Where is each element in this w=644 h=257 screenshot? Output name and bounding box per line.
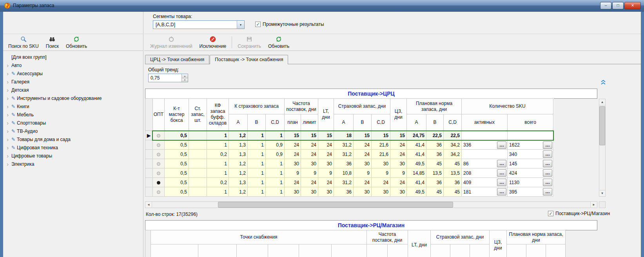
tree-item[interactable]: ›Галерея <box>5 78 143 86</box>
grid-cell[interactable]: 45 <box>444 187 462 197</box>
grid-cell[interactable]: 1,2 <box>229 131 248 140</box>
sub-header[interactable] <box>526 244 546 257</box>
ellipsis-button[interactable]: … <box>543 188 552 195</box>
grid-cell[interactable]: 1 <box>248 168 266 178</box>
opt-radio[interactable] <box>152 187 164 197</box>
grid-cell[interactable]: 0,2 <box>207 150 229 159</box>
column-header-cz[interactable]: ЦЗ, дни <box>390 99 407 131</box>
sub-header[interactable] <box>450 244 470 257</box>
grid-cell[interactable]: 24 <box>372 178 390 187</box>
grid-cell[interactable]: 0,5 <box>165 131 189 140</box>
grid-cell[interactable]: 1 <box>207 168 229 178</box>
sku-total-cell[interactable] <box>508 131 553 140</box>
grid-cell[interactable] <box>189 150 207 159</box>
grid-cell[interactable]: 1,2 <box>229 187 248 197</box>
column-header-a[interactable]: A <box>334 114 354 131</box>
sub-header[interactable] <box>367 244 388 257</box>
group-header-strah-zapas[interactable]: Страховой запас, дни <box>431 230 490 244</box>
spinner-up-icon[interactable]: ▲ <box>182 74 188 78</box>
group-header-plan-norma[interactable]: Плановая норма запаса, дни <box>507 230 566 244</box>
grid-cell[interactable]: 1 <box>266 168 285 178</box>
sku-total-cell[interactable]: 395… <box>508 187 553 197</box>
grid-cell[interactable]: 21,6 <box>372 150 390 159</box>
column-header-st-zapas[interactable]: Ст. запас, шт. <box>189 99 207 131</box>
tree-item[interactable]: ›✎Мебель <box>5 110 143 119</box>
grid-cell[interactable]: 1 <box>207 131 229 140</box>
opt-radio[interactable] <box>152 168 164 178</box>
column-header-lt[interactable]: LT, дни <box>408 230 431 257</box>
sku-active-cell[interactable]: 208… <box>462 168 508 178</box>
grid-cell[interactable]: 15 <box>372 131 390 140</box>
grid-cell[interactable]: 24 <box>354 178 372 187</box>
collapse-chevron-icon[interactable] <box>600 79 607 85</box>
tree-item[interactable]: ›Авто <box>5 61 143 69</box>
grid-cell[interactable]: 1,2 <box>229 168 248 178</box>
grid-cell[interactable]: 30 <box>372 159 390 168</box>
grid-cell[interactable]: 1 <box>248 187 266 197</box>
grid-cell[interactable]: 9 <box>390 168 407 178</box>
column-header-b[interactable]: B <box>248 114 266 131</box>
column-header-kf-zapasa[interactable]: КФ запаса буфф. складов <box>207 99 229 131</box>
ellipsis-button[interactable]: … <box>543 160 552 167</box>
sku-active-cell[interactable]: 409… <box>462 178 508 187</box>
grid-cell[interactable]: 1 <box>248 150 266 159</box>
table-row[interactable]: 0,511,21199910,899914,8513,513,5208…424… <box>145 168 553 178</box>
sub-header[interactable] <box>198 244 237 257</box>
row-selector[interactable] <box>145 168 153 178</box>
ellipsis-button[interactable]: … <box>543 169 552 177</box>
grid-cell[interactable]: 1 <box>248 131 266 140</box>
exclusion-button[interactable]: Исключение <box>196 35 230 50</box>
ellipsis-button[interactable]: … <box>497 141 506 149</box>
tree-item[interactable]: [Для всех групп] <box>5 53 143 61</box>
opt-radio[interactable] <box>152 159 164 168</box>
grid-cell[interactable]: 9 <box>285 168 301 178</box>
grid-cell[interactable]: 1 <box>266 187 285 197</box>
grid-cell[interactable]: 30 <box>390 187 407 197</box>
grid-cell[interactable]: 9 <box>318 168 334 178</box>
ellipsis-button[interactable]: … <box>543 141 552 149</box>
grid-cell[interactable]: 30 <box>301 187 318 197</box>
grid-cell[interactable]: 49,5 <box>407 159 426 168</box>
ellipsis-button[interactable]: … <box>497 169 506 177</box>
group-header-strah-zapas[interactable]: Страховой запас, дни <box>334 99 390 114</box>
grid-cell[interactable]: 30 <box>318 159 334 168</box>
grid-cell[interactable]: 31,2 <box>334 140 354 150</box>
column-header-b[interactable]: B <box>426 114 444 131</box>
tree-item[interactable]: ›Цифровые товары <box>5 152 143 160</box>
grid-cell[interactable]: 30 <box>354 159 372 168</box>
sub-header[interactable] <box>388 244 408 257</box>
grid-cell[interactable]: 30 <box>354 187 372 197</box>
grid-cell[interactable]: 30 <box>285 159 301 168</box>
grid-cell[interactable]: 31,2 <box>334 178 354 187</box>
scrollbar-thumb[interactable] <box>599 106 605 145</box>
column-header-cz[interactable]: ЦЗ, дни <box>490 230 507 257</box>
tree-expander-icon[interactable]: › <box>5 63 10 68</box>
tab-supplier-supply-points[interactable]: Поставщик -> Точки снабжения <box>210 55 288 64</box>
grid-cell[interactable]: 22,5 <box>444 131 462 140</box>
row-selector[interactable] <box>145 178 153 187</box>
scrollbar-thumb[interactable] <box>218 202 453 208</box>
column-header-b[interactable]: B <box>354 114 372 131</box>
grid-cell[interactable]: 13,5 <box>426 168 444 178</box>
table-row[interactable]: 0,50,21,31124242431,224242441,43636409…1… <box>145 178 553 187</box>
scroll-right-icon[interactable]: ► <box>590 202 597 208</box>
grid-cell[interactable]: 34,2 <box>444 150 462 159</box>
tree-item[interactable]: ›Детская <box>5 86 143 94</box>
horizontal-scrollbar[interactable]: ◄ ► <box>145 201 597 208</box>
tab-crc-supply-points[interactable]: ЦРЦ -> Точки снабжения <box>145 55 209 64</box>
sub-header[interactable] <box>507 244 526 257</box>
grid-cell[interactable]: 15 <box>318 131 334 140</box>
tree-item[interactable]: ›✎Товары для дома и сада <box>5 135 143 143</box>
grid-cell[interactable]: 24 <box>301 150 318 159</box>
scrollbar-track[interactable] <box>599 105 605 190</box>
table-row[interactable]: 0,511,310,924242431,22421,62441,43634,23… <box>145 140 553 150</box>
grid-cell[interactable]: 1 <box>266 159 285 168</box>
grid-cell[interactable]: 30 <box>318 187 334 197</box>
opt-radio[interactable] <box>152 131 164 140</box>
grid-cell[interactable]: 45 <box>444 159 462 168</box>
tree-expander-icon[interactable]: › <box>5 104 10 109</box>
sku-total-cell[interactable]: 340… <box>508 150 553 159</box>
grid-cell[interactable]: 24 <box>318 150 334 159</box>
maximize-button[interactable]: □ <box>612 2 624 9</box>
grid-cell[interactable]: 0,9 <box>266 140 285 150</box>
